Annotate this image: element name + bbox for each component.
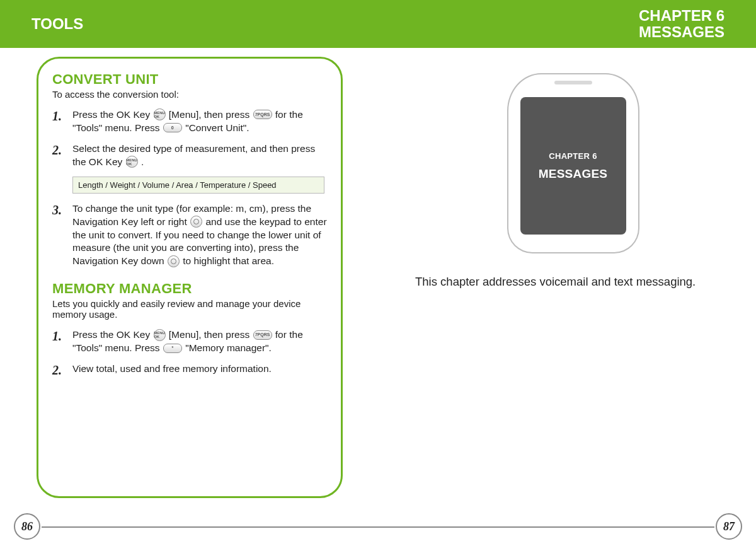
header-chapter-title: MESSAGES [639,24,724,40]
phone-outline-icon: CHAPTER 6 MESSAGES [507,73,639,253]
key-0-icon: 0 [163,123,182,132]
content-panel: CONVERT UNIT To access the conversion to… [37,57,343,498]
text-fragment: Select the desired type of measurement, … [72,143,315,167]
page-number-left: 86 [14,513,40,540]
header-right-title: CHAPTER 6 MESSAGES [639,8,724,41]
convert-unit-heading: CONVERT UNIT [52,71,327,88]
text-fragment: . [141,156,144,167]
header-chapter-label: CHAPTER 6 [639,8,724,24]
step-text: Press the OK Key MENU OK [Menu], then pr… [72,108,327,135]
text-fragment: [Menu], then press [169,109,253,120]
screen-chapter-label: CHAPTER 6 [549,151,597,161]
step-number: 2. [52,363,66,377]
screen-chapter-title: MESSAGES [539,167,607,181]
memory-manager-intro: Lets you quickly and easily review and m… [52,298,327,320]
page-header: TOOLS CHAPTER 6 MESSAGES [0,0,756,48]
nav-key-down-icon [168,255,180,267]
step-text: Select the desired type of measurement, … [72,142,327,169]
convert-unit-step3: 3. To change the unit type (for example:… [52,202,327,269]
right-page: CHAPTER 6 MESSAGES This chapter addresse… [415,57,731,527]
memory-manager-steps: 1. Press the OK Key MENU OK [Menu], then… [52,328,327,377]
step-text: To change the unit type (for example: m,… [72,202,327,269]
step-number: 3. [52,202,66,217]
ok-key-icon: MENU OK [154,108,166,120]
page-number-right: 87 [716,513,742,540]
convert-unit-steps: 1. Press the OK Key MENU OK [Menu], then… [52,108,327,169]
text-fragment: "Convert Unit". [185,122,249,133]
ok-key-icon: MENU OK [154,329,166,341]
phone-illustration-wrap: CHAPTER 6 MESSAGES [415,73,731,253]
header-left-title: TOOLS [32,16,83,32]
step-2: 2. View total, used and free memory info… [52,363,327,377]
key-star-icon: * [163,344,182,353]
phone-screen: CHAPTER 6 MESSAGES [520,97,626,235]
ok-key-icon: MENU OK [126,156,138,168]
footer: 86 87 [0,511,756,546]
step-number: 2. [52,142,66,157]
measurement-options-box: Length / Weight / Volume / Area / Temper… [72,177,324,194]
step-text: Press the OK Key MENU OK [Menu], then pr… [72,328,327,355]
chapter-description: This chapter addresses voicemail and tex… [415,275,731,289]
key-7-icon: 7PQRS [253,330,272,340]
step-1: 1. Press the OK Key MENU OK [Menu], then… [52,108,327,135]
step-1: 1. Press the OK Key MENU OK [Menu], then… [52,328,327,355]
step-3: 3. To change the unit type (for example:… [52,202,327,269]
step-2: 2. Select the desired type of measuremen… [52,142,327,169]
text-fragment: to highlight that area. [183,255,274,266]
nav-key-icon [190,216,202,228]
key-7-icon: 7PQRS [253,110,272,119]
text-fragment: Press the OK Key [72,329,153,340]
text-fragment: Press the OK Key [72,109,153,120]
memory-manager-heading: MEMORY MANAGER [52,281,327,297]
step-text: View total, used and free memory informa… [72,363,327,376]
text-fragment: [Menu], then press [169,329,253,340]
text-fragment: "Memory manager". [185,342,272,353]
page-spread: CONVERT UNIT To access the conversion to… [0,48,756,527]
step-number: 1. [52,328,66,343]
step-number: 1. [52,108,66,123]
convert-unit-intro: To access the conversion tool: [52,89,327,100]
left-page: CONVERT UNIT To access the conversion to… [37,57,352,527]
